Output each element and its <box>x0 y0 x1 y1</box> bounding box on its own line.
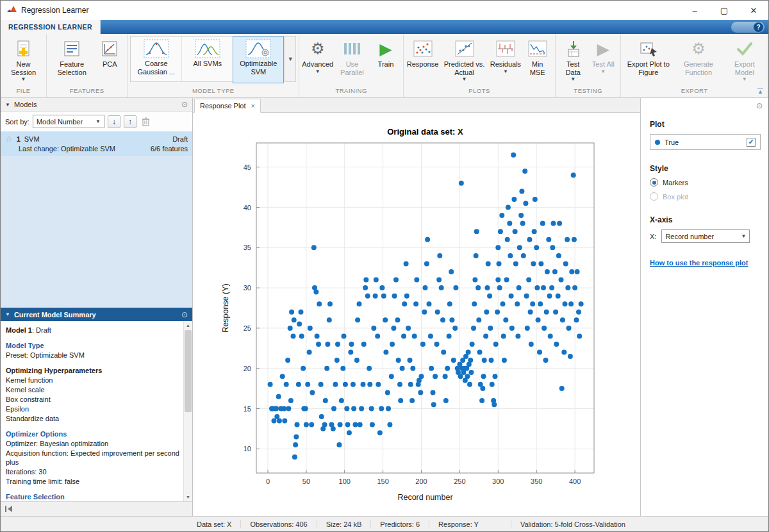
feature-selection-icon <box>61 38 83 59</box>
summary-feature-selection-heading[interactable]: Feature Selection <box>6 492 179 501</box>
left-panel-footer <box>1 501 192 516</box>
models-panel-title: Models <box>14 101 37 108</box>
summary-optimizer-line: Acquisition function: Expected improveme… <box>6 449 179 467</box>
collapse-triangle-icon[interactable]: ▼ <box>5 312 10 317</box>
svg-text:10: 10 <box>244 445 251 453</box>
chevron-down-icon: ▼ <box>503 69 508 74</box>
summary-model-label: Model 1 <box>6 326 32 334</box>
summary-optimizer-line: Iterations: 30 <box>6 467 179 476</box>
predicted-vs-actual-button[interactable]: Predicted vs. Actual ▼ <box>440 36 489 85</box>
plot-controls-panel: ⊙ Plot True ✓ Style Markers Box plot X-a… <box>640 98 768 516</box>
collapse-panel-icon[interactable] <box>4 505 13 513</box>
svg-text:30: 30 <box>244 284 251 292</box>
radio-unselected-icon[interactable] <box>650 192 658 201</box>
markers-radio-row[interactable]: Markers <box>650 178 761 187</box>
response-plot-button[interactable]: Response <box>406 36 439 85</box>
tab-response-plot[interactable]: Response Plot × <box>194 99 261 113</box>
generate-function-button[interactable]: ⚙ Generate Function <box>674 36 723 85</box>
model-list-item[interactable]: ☆ 1 SVM Draft Last change: Optimizable S… <box>1 131 192 156</box>
gallery-item-all-svms[interactable]: All SVMs <box>182 37 233 81</box>
help-icon[interactable]: ? <box>754 22 763 32</box>
help-pill[interactable]: ? <box>731 22 765 33</box>
summary-model-type-heading[interactable]: Model Type <box>6 341 179 350</box>
response-plot-figure: 0501001502002503003504001015202530354045… <box>193 113 640 516</box>
main-panel: Response Plot × 050100150200250300350400… <box>193 98 640 516</box>
scroll-down-icon[interactable]: ▼ <box>184 493 192 501</box>
residuals-button[interactable]: Residuals ▼ <box>490 36 522 85</box>
plot-heading: Plot <box>650 120 761 129</box>
model-feature-count: 6/6 features <box>151 145 188 153</box>
svg-text:Original data set: X: Original data set: X <box>387 127 463 137</box>
svg-text:35: 35 <box>244 244 251 251</box>
ribbon-section-testing: Test Data ▼ ▶ Test All ▼ TESTING <box>556 34 621 97</box>
svg-text:Record number: Record number <box>397 493 452 502</box>
svg-text:200: 200 <box>415 478 427 485</box>
panel-options-icon[interactable]: ⊙ <box>181 100 188 109</box>
export-model-button[interactable]: Export Model ▼ <box>724 36 765 85</box>
legend-checkbox[interactable]: ✓ <box>747 138 756 147</box>
chevron-down-icon: ▼ <box>570 77 575 82</box>
response-plot-help-link[interactable]: How to use the response plot <box>650 258 748 267</box>
x-label: X: <box>650 233 656 240</box>
close-tab-icon[interactable]: × <box>251 102 255 110</box>
summary-body: Model 1: Draft Model Type Preset: Optimi… <box>1 321 192 501</box>
close-button[interactable]: ✕ <box>739 1 768 20</box>
train-button[interactable]: ▶ Train <box>371 36 401 85</box>
xaxis-select[interactable]: Record number ▼ <box>661 229 750 243</box>
maximize-button[interactable]: ▢ <box>709 1 739 20</box>
tab-regression-learner[interactable]: REGRESSION LEARNER <box>1 20 101 34</box>
gear-icon: ⚙ <box>307 38 329 59</box>
use-parallel-button[interactable]: Use Parallel <box>334 36 370 85</box>
gallery-expand-button[interactable]: ▼ <box>285 36 296 82</box>
summary-scrollbar[interactable]: ▲ ▼ <box>183 321 192 501</box>
chevron-down-icon: ▼ <box>315 69 320 74</box>
advanced-button[interactable]: ⚙ Advanced ▼ <box>302 36 333 85</box>
panel-options-icon[interactable]: ⊙ <box>181 310 188 319</box>
feature-selection-button[interactable]: Feature Selection <box>49 36 94 85</box>
summary-panel-title: Current Model Summary <box>14 311 96 319</box>
window-controls: – ▢ ✕ <box>680 1 768 20</box>
min-mse-button[interactable]: Min MSE <box>522 36 552 85</box>
markers-radio-label: Markers <box>663 179 688 187</box>
models-list-empty-area <box>1 156 192 308</box>
scrollbar-thumb[interactable] <box>185 330 192 412</box>
new-session-button[interactable]: New Session ▼ <box>3 36 44 85</box>
summary-optimizer-line: Optimizer: Bayesian optimization <box>6 439 179 448</box>
summary-hyperparam: Epsilon <box>6 404 179 413</box>
ribbon-collapse-icon[interactable]: ▲ <box>757 88 763 95</box>
export-plot-button[interactable]: Export Plot to Figure <box>624 36 673 85</box>
sort-descending-button[interactable]: ↓ <box>108 115 120 128</box>
pca-button[interactable]: PCA <box>95 36 124 85</box>
gallery-item-coarse-gaussian[interactable]: Coarse Gaussian ... <box>131 37 182 81</box>
radio-selected-icon[interactable] <box>650 178 658 187</box>
collapse-triangle-icon[interactable]: ▼ <box>5 102 10 108</box>
summary-hyperparam: Kernel scale <box>6 385 179 394</box>
test-all-icon: ▶ <box>592 38 614 59</box>
minimize-button[interactable]: – <box>680 1 709 20</box>
summary-hyperparam: Box constraint <box>6 395 179 404</box>
status-response: Response: Y <box>438 520 479 528</box>
status-separator <box>317 520 317 528</box>
delete-model-button[interactable] <box>140 115 153 128</box>
summary-panel-header: ▼ Current Model Summary ⊙ <box>1 308 192 321</box>
optimizable-svm-icon <box>245 39 271 58</box>
model-status: Draft <box>172 135 188 143</box>
svg-text:Response (Y): Response (Y) <box>221 283 230 332</box>
new-session-icon <box>13 38 35 59</box>
summary-optimizer-heading[interactable]: Optimizer Options <box>6 429 179 438</box>
status-observations: Observations: 406 <box>250 520 307 528</box>
svg-text:25: 25 <box>244 324 251 332</box>
box-plot-radio-row[interactable]: Box plot <box>650 192 761 201</box>
svg-text:100: 100 <box>339 478 351 485</box>
summary-hyperparams-heading: Optimizing Hyperparameters <box>6 366 179 375</box>
panel-options-icon[interactable]: ⊙ <box>756 101 763 110</box>
summary-hyperparam: Kernel function <box>6 376 179 385</box>
test-all-button[interactable]: ▶ Test All ▼ <box>588 36 618 85</box>
test-data-button[interactable]: Test Data ▼ <box>558 36 588 85</box>
model-name: SVM <box>24 135 40 143</box>
scroll-up-icon[interactable]: ▲ <box>184 321 192 329</box>
sort-by-select[interactable]: Model Number ▼ <box>33 115 104 128</box>
favorite-star-icon[interactable]: ☆ <box>5 134 13 144</box>
gallery-item-optimizable-svm[interactable]: Optimizable SVM <box>233 36 284 83</box>
sort-ascending-button[interactable]: ↑ <box>124 115 136 128</box>
